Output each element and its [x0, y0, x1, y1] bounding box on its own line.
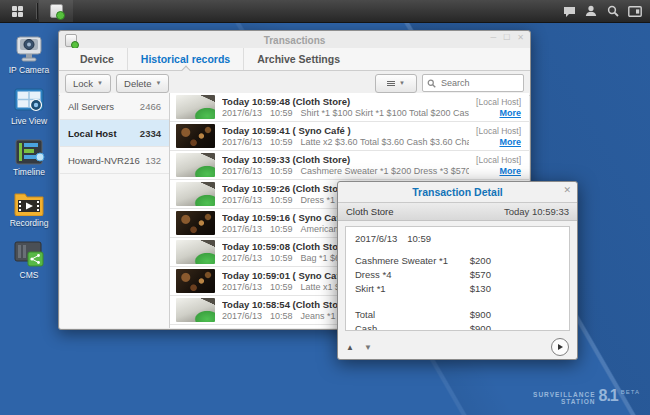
- sidebar-item-cms[interactable]: CMS: [1, 241, 57, 280]
- tab-archive-settings[interactable]: Archive Settings: [243, 48, 353, 70]
- sidebar-item-label: CMS: [20, 270, 39, 280]
- transaction-detail-window: Transaction Detail ✕ Cloth Store Today 1…: [337, 181, 578, 360]
- chat-button[interactable]: [558, 0, 580, 22]
- record-host-badge: [Local Host]: [476, 97, 521, 107]
- lock-button[interactable]: Lock▼: [65, 74, 111, 93]
- transactions-app-task-button[interactable]: [39, 0, 73, 22]
- desktop-sidebar: IP Camera Live View Timeline: [0, 22, 58, 415]
- record-title: Today 10:59:48 (Cloth Store): [222, 96, 469, 107]
- sidebar-item-label: Recording: [10, 218, 49, 228]
- sidebar-item-ip-camera[interactable]: IP Camera: [1, 36, 57, 75]
- widgets-button[interactable]: [624, 0, 646, 22]
- record-time: 10:59: [270, 108, 293, 118]
- main-menu-button[interactable]: [0, 0, 34, 22]
- store-name: Cloth Store: [346, 206, 394, 217]
- record-thumbnail: [176, 298, 215, 322]
- detail-spacer: [355, 296, 560, 308]
- sidebar-item-label: Timeline: [13, 167, 45, 177]
- play-button[interactable]: [551, 338, 569, 356]
- delete-button[interactable]: Delete▼: [116, 74, 169, 93]
- desktop: IP Camera Live View Timeline: [0, 0, 650, 415]
- record-thumbnail: [176, 240, 215, 264]
- detail-item-name: Dress *4: [355, 268, 470, 282]
- server-count: 2334: [140, 128, 161, 139]
- record-time: 10:59: [270, 224, 293, 234]
- detail-item-value: $200: [470, 254, 491, 268]
- transaction-record[interactable]: Today 10:59:48 (Cloth Store) 2017/6/1310…: [170, 93, 529, 122]
- record-date: 2017/6/13: [222, 137, 262, 147]
- maximize-icon[interactable]: ☐: [503, 33, 510, 43]
- previous-record-icon[interactable]: ▲: [346, 343, 354, 352]
- popup-store-header: Cloth Store Today 10:59:33: [338, 202, 577, 221]
- tab-device[interactable]: Device: [67, 48, 127, 70]
- next-record-icon[interactable]: ▼: [364, 343, 372, 352]
- chevron-down-icon: ▼: [97, 80, 103, 86]
- record-time: 10:59: [270, 195, 293, 205]
- sidebar-item-recording[interactable]: Recording: [1, 190, 57, 228]
- detail-item-name: Cash: [355, 322, 470, 331]
- tab-historical-records[interactable]: Historical records: [127, 48, 243, 70]
- record-more-link[interactable]: More: [499, 108, 521, 118]
- chevron-down-icon: ▼: [399, 80, 405, 86]
- record-thumbnail: [176, 211, 215, 235]
- sort-icon: [387, 81, 395, 86]
- ip-camera-icon: [12, 36, 46, 63]
- record-thumbnail: [176, 269, 215, 293]
- play-icon: [558, 344, 563, 350]
- detail-item-value: $900: [470, 322, 491, 331]
- search-box[interactable]: [422, 74, 524, 92]
- window-tabbar: Device Historical records Archive Settin…: [59, 48, 530, 71]
- record-date: 2017/6/13: [222, 311, 262, 321]
- record-time: 10:59: [270, 253, 293, 263]
- record-date: 2017/6/13: [222, 253, 262, 263]
- popup-title: Transaction Detail: [412, 186, 502, 198]
- record-summary: Cashmere Sweater *1 $200 Dress *3 $570 S…: [301, 166, 470, 176]
- taskbar-separator: [36, 3, 37, 19]
- transaction-record[interactable]: Today 10:59:33 (Cloth Store) 2017/6/1310…: [170, 151, 529, 180]
- search-input[interactable]: [439, 77, 513, 89]
- record-summary: Shirt *1 $100 Skirt *1 $100 Total $200 C…: [301, 108, 470, 118]
- record-thumbnail: [176, 182, 215, 206]
- widgets-icon: [628, 6, 642, 17]
- detail-item-value: $570: [470, 268, 491, 282]
- store-time: Today 10:59:33: [504, 206, 569, 217]
- timeline-icon: [13, 139, 45, 165]
- sort-options-button[interactable]: ▼: [375, 74, 417, 93]
- sidebar-item-live-view[interactable]: Live View: [1, 88, 57, 126]
- sidebar-item-timeline[interactable]: Timeline: [1, 139, 57, 177]
- popup-bottom-bar: ▲ ▼: [338, 335, 577, 359]
- sidebar-item-label: IP Camera: [9, 65, 49, 75]
- record-more-link[interactable]: More: [499, 166, 521, 176]
- server-item-howard-nvr216[interactable]: Howard-NVR216 132: [60, 147, 169, 174]
- detail-line: Cashmere Sweater *1$200: [355, 254, 560, 268]
- detail-line: Total$900: [355, 308, 560, 322]
- record-time: 10:59: [270, 282, 293, 292]
- record-time: 10:58: [270, 311, 293, 321]
- record-time: 10:59: [270, 137, 293, 147]
- transaction-record[interactable]: Today 10:59:41 ( Syno Café ) 2017/6/1310…: [170, 122, 529, 151]
- record-more-link[interactable]: More: [499, 137, 521, 147]
- detail-item-name: Total: [355, 308, 470, 322]
- server-count: 2466: [140, 101, 161, 112]
- minimize-icon[interactable]: ─: [490, 33, 496, 43]
- search-icon: [427, 79, 436, 88]
- detail-line: Dress *4$570: [355, 268, 560, 282]
- server-item-all-servers[interactable]: All Servers 2466: [60, 93, 169, 120]
- detail-lines: Cashmere Sweater *1$200Dress *4$570Skirt…: [355, 254, 560, 331]
- server-item-local-host[interactable]: Local Host 2334: [60, 120, 169, 147]
- window-titlebar[interactable]: Transactions ─ ☐ ✕: [59, 31, 530, 48]
- popup-titlebar[interactable]: Transaction Detail ✕: [338, 182, 577, 202]
- top-taskbar: [0, 0, 650, 23]
- record-title: Today 10:59:33 (Cloth Store): [222, 154, 469, 165]
- record-date: 2017/6/13: [222, 108, 262, 118]
- cms-icon: [12, 241, 46, 268]
- search-button[interactable]: [602, 0, 624, 22]
- close-icon[interactable]: ✕: [563, 185, 571, 195]
- main-menu-icon: [12, 6, 23, 17]
- record-title: Today 10:59:41 ( Syno Café ): [222, 125, 469, 136]
- record-summary: Latte x2 $3.60 Total $3.60 Cash $3.60 Ch…: [301, 137, 470, 147]
- detail-item-name: Skirt *1: [355, 282, 470, 296]
- search-icon: [607, 5, 619, 17]
- close-icon[interactable]: ✕: [517, 33, 524, 43]
- user-button[interactable]: [580, 0, 602, 22]
